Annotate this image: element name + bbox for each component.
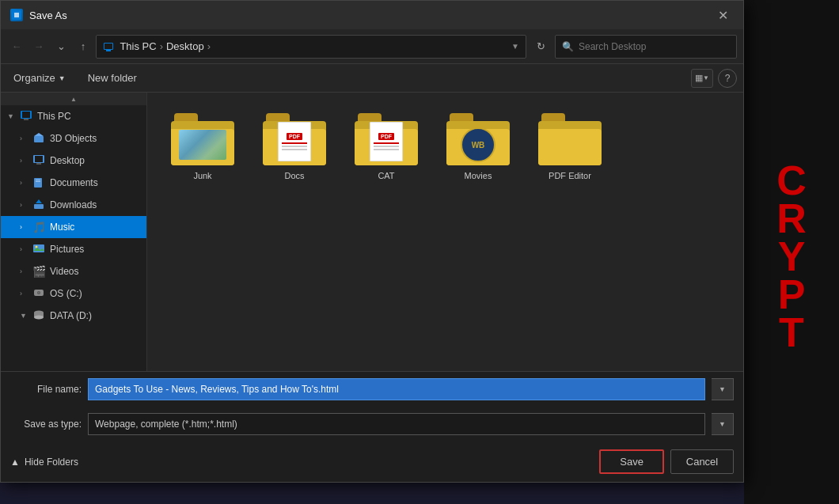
app-icon xyxy=(10,9,23,21)
sidebar-item-os-c[interactable]: › OS (C:) xyxy=(1,282,146,305)
wb-logo: WB xyxy=(461,127,495,162)
path-desktop: Desktop xyxy=(166,40,204,52)
junk-photo xyxy=(179,130,226,160)
videos-icon: 🎬 xyxy=(32,265,47,278)
cat-folder-icon: PDF xyxy=(355,115,418,165)
hide-folders-arrow: ▲ xyxy=(10,457,20,468)
save-as-dialog: Save As ✕ ← → ⌄ ↑ This PC › Desktop › ▼ … xyxy=(0,0,744,483)
sidebar-item-downloads[interactable]: › Downloads xyxy=(1,194,146,216)
expand-icon-os-c: › xyxy=(20,290,29,297)
search-icon: 🔍 xyxy=(562,41,574,52)
main-content: ▲ ▼ This PC › 3D Objects › xyxy=(1,93,743,371)
hide-folders-button[interactable]: ▲ Hide Folders xyxy=(10,457,78,468)
toolbar: Organize ▼ New folder ▦ ▼ ? xyxy=(1,64,743,93)
filename-row: File name: ▼ xyxy=(1,372,743,407)
search-box[interactable]: 🔍 xyxy=(555,35,737,59)
file-item-cat[interactable]: PDF CAT xyxy=(347,108,426,188)
sidebar-item-desktop[interactable]: › Desktop xyxy=(1,150,146,172)
music-icon: 🎵 xyxy=(32,221,47,233)
junk-label: Junk xyxy=(193,170,211,181)
file-item-docs[interactable]: PDF Docs xyxy=(255,108,334,188)
file-item-junk[interactable]: Junk xyxy=(163,108,242,188)
sidebar-label-videos: Videos xyxy=(50,266,78,277)
sidebar-label-documents: Documents xyxy=(50,177,98,188)
svg-marker-16 xyxy=(36,199,42,203)
svg-point-25 xyxy=(34,315,44,319)
sidebar-label-desktop: Desktop xyxy=(50,155,85,166)
movies-label: Movies xyxy=(465,170,492,181)
forward-button[interactable]: → xyxy=(29,37,48,56)
sidebar-item-this-pc[interactable]: ▼ This PC xyxy=(1,105,146,127)
organize-button[interactable]: Organize ▼ xyxy=(7,70,72,86)
savetype-dropdown-btn[interactable]: ▼ xyxy=(712,413,734,435)
svg-rect-3 xyxy=(104,44,112,49)
cat-pdf-icon: PDF xyxy=(370,122,403,161)
help-label: ? xyxy=(725,73,731,84)
filename-input[interactable] xyxy=(88,378,705,400)
junk-folder-icon xyxy=(171,115,234,165)
crypt-text: CRYPT xyxy=(771,157,812,347)
refresh-button[interactable]: ↻ xyxy=(530,36,552,58)
view-dropdown-icon: ▼ xyxy=(703,74,709,81)
new-folder-label: New folder xyxy=(88,72,137,84)
sidebar-item-3d-objects[interactable]: › 3D Objects xyxy=(1,127,146,150)
savetype-select[interactable]: Webpage, complete (*.htm;*.html) xyxy=(88,413,705,435)
filename-dropdown-btn[interactable]: ▼ xyxy=(712,378,734,400)
svg-rect-7 xyxy=(34,136,44,142)
back-button[interactable]: ← xyxy=(7,37,26,56)
sidebar-label-music: Music xyxy=(50,222,74,233)
svg-rect-11 xyxy=(36,163,41,165)
svg-marker-8 xyxy=(34,133,44,136)
view-icon: ▦ xyxy=(695,73,703,83)
organize-label: Organize xyxy=(13,72,55,84)
sidebar-label-data-d: DATA (D:) xyxy=(50,310,92,321)
bottom-panel: File name: ▼ Save as type: Webpage, comp… xyxy=(1,371,743,482)
pdf-editor-folder-icon xyxy=(538,115,602,165)
sidebar-item-music[interactable]: › 🎵 Music xyxy=(1,216,146,238)
close-button[interactable]: ✕ xyxy=(712,4,734,26)
savetype-label: Save as type: xyxy=(10,419,82,430)
svg-rect-17 xyxy=(33,244,44,252)
address-path[interactable]: This PC › Desktop › ▼ xyxy=(96,35,526,59)
sidebar-scroll-up[interactable]: ▲ xyxy=(1,93,146,105)
expand-icon-documents: › xyxy=(20,179,29,187)
view-button[interactable]: ▦ ▼ xyxy=(691,69,713,88)
file-item-pdf-editor[interactable]: PDF Editor xyxy=(530,108,609,188)
save-button[interactable]: Save xyxy=(599,449,664,474)
address-bar: ← → ⌄ ↑ This PC › Desktop › ▼ ↻ 🔍 xyxy=(1,29,743,64)
expand-icon-pictures: › xyxy=(20,245,29,253)
sidebar-item-pictures[interactable]: › Pictures xyxy=(1,238,146,260)
organize-dropdown-icon: ▼ xyxy=(59,74,66,82)
file-item-movies[interactable]: WB Movies xyxy=(438,108,518,188)
desktop-icon xyxy=(32,153,47,169)
recent-button[interactable]: ⌄ xyxy=(51,37,70,56)
help-button[interactable]: ? xyxy=(718,69,737,88)
search-input[interactable] xyxy=(579,41,730,52)
sidebar-item-videos[interactable]: › 🎬 Videos xyxy=(1,260,146,282)
svg-point-22 xyxy=(38,292,40,294)
path-dropdown-icon[interactable]: ▼ xyxy=(511,42,519,51)
sidebar-label-downloads: Downloads xyxy=(50,199,97,210)
downloads-icon xyxy=(32,198,47,213)
os-c-icon xyxy=(32,286,47,301)
action-row: ▲ Hide Folders Save Cancel xyxy=(1,441,743,482)
file-area: Junk PDF xyxy=(147,93,743,371)
data-d-icon xyxy=(32,309,47,324)
cancel-button[interactable]: Cancel xyxy=(670,449,734,474)
3d-objects-icon xyxy=(32,131,47,146)
expand-icon-music: › xyxy=(20,223,29,231)
pictures-icon xyxy=(32,242,47,257)
up-button[interactable]: ↑ xyxy=(74,37,93,56)
path-sep-2: › xyxy=(207,40,211,52)
svg-rect-10 xyxy=(35,156,43,162)
documents-icon xyxy=(32,176,47,191)
path-this-pc: This PC xyxy=(103,40,157,53)
docs-label: Docs xyxy=(284,170,304,181)
svg-rect-5 xyxy=(22,112,30,118)
movies-folder-icon: WB xyxy=(446,115,510,165)
sidebar-item-data-d[interactable]: ▼ DATA (D:) xyxy=(1,305,146,327)
sidebar-item-documents[interactable]: › Documents xyxy=(1,172,146,194)
sidebar-label-this-pc: This PC xyxy=(37,111,71,122)
new-folder-button[interactable]: New folder xyxy=(82,70,143,86)
svg-rect-6 xyxy=(24,119,28,120)
